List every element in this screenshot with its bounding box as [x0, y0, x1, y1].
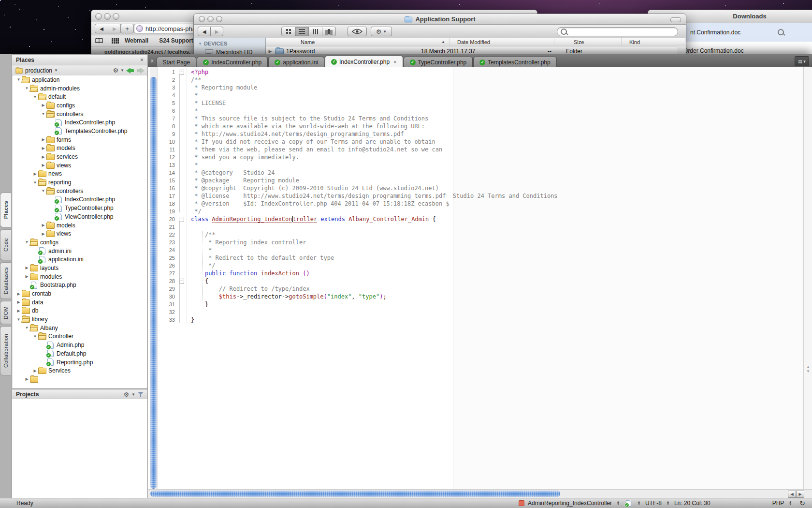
code-line[interactable]: 20−class AdminReporting_IndexController … — [158, 215, 802, 223]
editor-tab-typecontroller-php[interactable]: ✓TypeController.php — [404, 57, 473, 67]
column-header-kind[interactable]: Kind — [622, 38, 685, 46]
tree-item-reporting-php[interactable]: Reporting.php — [13, 358, 147, 367]
tree-item-services[interactable]: ▶services — [13, 152, 147, 161]
disclosure-triangle[interactable]: ▼ — [24, 86, 30, 90]
disclosure-triangle[interactable]: ▶ — [15, 300, 22, 304]
tree-item-indexcontroller-php[interactable]: IndexController.php — [13, 118, 147, 127]
tree-item-viewcontroller-php[interactable]: ViewController.php — [13, 212, 147, 221]
code-line[interactable]: 7 * This source file is subject to the S… — [158, 115, 802, 122]
quick-look-button[interactable] — [348, 27, 367, 36]
places-gear-icon[interactable]: ⚙ — [113, 67, 118, 74]
code-line[interactable]: 15 * @package Reporting module — [158, 177, 802, 184]
new-tab-button[interactable]: + — [120, 24, 134, 33]
column-header-name[interactable]: Name▲ — [266, 38, 450, 46]
disclosure-triangle[interactable]: ▶ — [268, 49, 273, 54]
language-stepper[interactable]: ▲▼ — [789, 501, 792, 506]
editor-left-scrollbar[interactable] — [150, 67, 158, 490]
disclosure-triangle[interactable]: ▶ — [24, 377, 30, 381]
current-symbol[interactable]: AdminReporting_IndexController — [528, 500, 612, 507]
editor-right-scrollbar[interactable]: ▲▼ — [803, 67, 812, 490]
code-line[interactable]: 25 * Redirect to the default order type — [158, 254, 802, 262]
code-line[interactable]: 12 * send you a copy immediately. — [158, 153, 802, 161]
code-line[interactable]: 22 /** — [158, 231, 802, 239]
scroll-left-button[interactable]: ◀ — [788, 491, 796, 498]
encoding-stepper[interactable]: ▲▼ — [667, 501, 669, 506]
action-menu-button[interactable]: ⚙▼ — [371, 27, 392, 36]
tree-item-db[interactable]: ▶db — [13, 307, 147, 315]
fold-collapse-box[interactable]: − — [179, 70, 184, 75]
list-view-button[interactable] — [295, 27, 309, 36]
encoding-indicator[interactable]: UTF-8 — [645, 500, 662, 507]
close-window-button[interactable] — [95, 13, 102, 20]
disclosure-triangle[interactable]: ▼ — [32, 180, 38, 185]
reveal-search-icon[interactable] — [778, 29, 784, 35]
disclosure-triangle[interactable]: ▶ — [40, 146, 46, 150]
tabbar-close-icon[interactable]: x — [151, 58, 154, 63]
code-line[interactable]: 16 * @copyright Copyright (c) 2009-2010 … — [158, 184, 802, 192]
toolbar-toggle-pill[interactable] — [670, 17, 681, 22]
code-line[interactable]: 14 * @category Studio 24 — [158, 169, 802, 177]
code-line[interactable]: 4 * — [158, 91, 802, 99]
code-line[interactable]: 19 */ — [158, 208, 802, 215]
tree-item-views[interactable]: ▶views — [13, 229, 147, 238]
tree-item-crontab[interactable]: ▶crontab — [13, 289, 147, 298]
editor-tab-application-ini[interactable]: ✓application.ini — [268, 57, 324, 67]
code-line[interactable]: 5 * LICENSE — [158, 99, 802, 107]
browser-back-button[interactable]: ◀ — [95, 24, 108, 33]
tree-item-configs[interactable]: ▼configs — [13, 238, 147, 247]
minimize-window-button[interactable] — [104, 13, 111, 20]
tree-item-controllers[interactable]: ▼controllers — [13, 187, 147, 195]
bookmarks-book-icon[interactable] — [95, 38, 103, 44]
language-indicator[interactable]: PHP — [772, 500, 784, 507]
tree-item-configs[interactable]: ▶configs — [13, 101, 147, 110]
tree-item-admin-php[interactable]: Admin.php — [13, 341, 147, 349]
code-line[interactable]: 27 public function indexAction () — [158, 269, 802, 277]
disclosure-triangle[interactable]: ▶ — [40, 163, 46, 167]
tree-item-data[interactable]: ▶data — [13, 298, 147, 307]
side-tab-dom[interactable]: DOM — [0, 301, 11, 324]
code-line[interactable]: 29 // Redirect to /type/index — [158, 285, 802, 293]
disclosure-triangle[interactable]: ▶ — [40, 155, 46, 159]
code-line[interactable]: 11 * them via the web, please send an em… — [158, 146, 802, 153]
code-line[interactable]: 32 — [158, 308, 802, 316]
code-line[interactable]: 2/** — [158, 76, 802, 84]
tree-item-reporting[interactable]: ▼reporting — [13, 178, 147, 187]
code-line[interactable]: 33} — [158, 316, 802, 324]
code-line[interactable]: 30 $this->_redirector->gotoSimple("index… — [158, 293, 802, 300]
zoom-window-button[interactable] — [113, 13, 119, 20]
tree-item-indexcontroller-php[interactable]: IndexController.php — [13, 195, 147, 204]
code-line[interactable]: 21 — [158, 223, 802, 231]
code-line[interactable]: 23 * Reporting index controller — [158, 239, 802, 246]
finder-forward-button[interactable]: ▶ — [210, 27, 223, 36]
tree-item-albany[interactable]: ▼Albany — [13, 324, 147, 332]
disclosure-triangle[interactable]: ▶ — [24, 274, 30, 279]
side-tab-collaboration[interactable]: Collaboration — [0, 326, 11, 375]
scroll-right-button[interactable]: ▶ — [796, 491, 804, 498]
scrollbar-thumb[interactable] — [150, 491, 560, 497]
editor-tab-start-page[interactable]: Start Page — [157, 57, 197, 67]
tree-item-default[interactable]: ▼default — [13, 92, 147, 101]
tree-item-modules[interactable]: ▶modules — [13, 272, 147, 281]
tree-item-controllers[interactable]: ▼controllers — [13, 110, 147, 119]
code-line[interactable]: 1−<?php — [158, 68, 802, 76]
editor-tab-templatescontroller-php[interactable]: ✓TemplatesController.php — [473, 57, 556, 67]
tree-item-admin-modules[interactable]: ▼admin-modules — [13, 84, 147, 93]
code-line[interactable]: 31 } — [158, 300, 802, 308]
disclosure-triangle[interactable]: ▼ — [24, 326, 30, 330]
code-editor[interactable]: 1−<?php2/**3 * Reporting module4 *5 * LI… — [158, 68, 802, 324]
tree-item-models[interactable]: ▶models — [13, 221, 147, 230]
tree-item-admin-ini[interactable]: admin.ini — [13, 247, 147, 255]
disclosure-triangle[interactable]: ▼ — [32, 334, 38, 339]
disclosure-triangle[interactable]: ▶ — [40, 137, 46, 142]
code-line[interactable]: 18 * @version $Id: IndexController.php 4… — [158, 200, 802, 208]
disclosure-triangle[interactable]: ▼ — [40, 112, 46, 116]
tree-item-layouts[interactable]: ▶layouts — [13, 264, 147, 272]
code-line[interactable]: 28− { — [158, 277, 802, 285]
symbol-stepper[interactable]: ▲▼ — [617, 501, 620, 506]
history-forward-button[interactable] — [136, 68, 145, 74]
editor-horizontal-scrollbar[interactable]: ◀▶ — [148, 489, 812, 498]
disclosure-triangle[interactable]: ▼ — [15, 317, 22, 322]
sync-icon[interactable]: ↻ — [799, 499, 805, 507]
tree-item-typecontroller-php[interactable]: TypeController.php — [13, 204, 147, 212]
code-line[interactable]: 24 * — [158, 246, 802, 254]
